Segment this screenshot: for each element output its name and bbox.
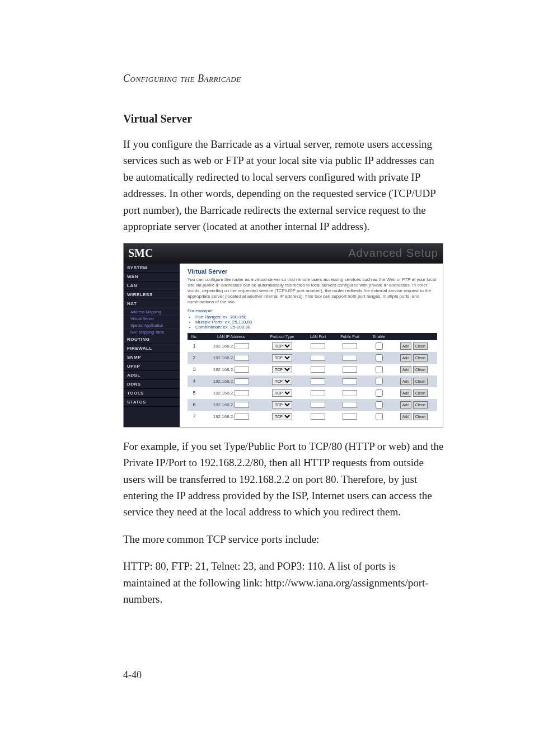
paragraph-4: HTTP: 80, FTP: 21, Telnet: 23, and POP3:… <box>123 558 444 607</box>
ip-suffix-input[interactable] <box>235 414 249 420</box>
sidebar-item-status[interactable]: STATUS <box>124 398 180 407</box>
protocol-select[interactable]: TCP <box>272 389 292 397</box>
sidebar-item-wan[interactable]: WAN <box>124 273 180 281</box>
public-port-input[interactable] <box>343 402 357 408</box>
add-button[interactable]: Add <box>400 413 411 420</box>
clean-button[interactable]: Clean <box>413 366 428 373</box>
ip-suffix-input[interactable] <box>235 367 249 373</box>
col-no: No. <box>188 333 201 340</box>
add-button[interactable]: Add <box>400 389 411 397</box>
public-port-input[interactable] <box>343 378 357 384</box>
ip-suffix-input[interactable] <box>235 355 249 361</box>
clean-button[interactable]: Clean <box>413 389 428 397</box>
row-no: 5 <box>188 387 201 399</box>
lan-port-input[interactable] <box>311 414 325 420</box>
smc-logo: SMC <box>128 247 153 260</box>
add-button[interactable]: Add <box>400 342 411 350</box>
bullet-multiple-ports: Multiple Ports: ex. 25,110,80 <box>195 320 437 325</box>
lan-port-input[interactable] <box>311 378 325 384</box>
col-enable: Enable <box>367 333 391 340</box>
running-header: Configuring the Barricade <box>123 73 444 84</box>
row-ip-prefix: 192.168.2. <box>201 364 261 375</box>
row-ip-prefix: 192.168.2. <box>201 352 261 364</box>
clean-button[interactable]: Clean <box>413 354 428 361</box>
row-ip-prefix: 192.168.2. <box>201 387 261 399</box>
public-port-input[interactable] <box>343 367 357 373</box>
enable-checkbox[interactable] <box>376 401 383 408</box>
clean-button[interactable]: Clean <box>413 378 428 385</box>
sidebar-nav: SYSTEM WAN LAN WIRELESS NAT Address Mapp… <box>124 264 180 427</box>
sidebar-item-tools[interactable]: TOOLS <box>124 389 180 398</box>
add-button[interactable]: Add <box>400 401 411 408</box>
sidebar-sub-nat-mapping-table[interactable]: NAT Mapping Table <box>124 328 180 335</box>
protocol-select[interactable]: TCP <box>272 342 292 350</box>
clean-button[interactable]: Clean <box>413 342 428 350</box>
paragraph-1: If you configure the Barricade as a virt… <box>123 136 444 235</box>
sidebar-item-snmp[interactable]: SNMP <box>124 353 180 362</box>
public-port-input[interactable] <box>343 414 357 420</box>
row-no: 3 <box>188 364 201 375</box>
sidebar-item-ddns[interactable]: DDNS <box>124 380 180 389</box>
sidebar-item-routing[interactable]: ROUTING <box>124 335 180 344</box>
sidebar-item-adsl[interactable]: ADSL <box>124 371 180 380</box>
sidebar-item-upnp[interactable]: UPnP <box>124 362 180 371</box>
enable-checkbox[interactable] <box>376 378 383 385</box>
lan-port-input[interactable] <box>311 355 325 361</box>
col-lan-ip: LAN IP Address <box>201 333 261 340</box>
page-number: 4-40 <box>123 669 444 681</box>
enable-checkbox[interactable] <box>376 342 383 350</box>
section-title: Virtual Server <box>123 112 444 125</box>
ip-suffix-input[interactable] <box>235 378 249 384</box>
protocol-select[interactable]: TCP <box>272 378 292 385</box>
protocol-select[interactable]: TCP <box>272 401 292 408</box>
row-no: 6 <box>188 399 201 411</box>
col-protocol: Protocol Type <box>261 333 303 340</box>
ip-suffix-input[interactable] <box>235 390 249 396</box>
example-label: For example: <box>188 308 437 313</box>
col-public-port: Public Port <box>332 333 367 340</box>
clean-button[interactable]: Clean <box>413 401 428 408</box>
sidebar-item-wireless[interactable]: WIRELESS <box>124 290 180 299</box>
row-ip-prefix: 192.168.2. <box>201 411 261 422</box>
add-button[interactable]: Add <box>400 366 411 373</box>
table-row: 6192.168.2.TCPAdd Clean <box>188 399 437 411</box>
example-bullets: Port Ranges: ex. 100-150 Multiple Ports:… <box>188 314 437 330</box>
row-no: 4 <box>188 375 201 387</box>
lan-port-input[interactable] <box>311 402 325 408</box>
sidebar-sub-virtual-server[interactable]: Virtual Server <box>124 315 180 322</box>
row-no: 1 <box>188 340 201 352</box>
protocol-select[interactable]: TCP <box>272 413 292 420</box>
table-row: 2192.168.2.TCPAdd Clean <box>188 352 437 364</box>
sidebar-sub-address-mapping[interactable]: Address Mapping <box>124 308 180 315</box>
enable-checkbox[interactable] <box>376 389 383 397</box>
table-row: 1192.168.2.TCPAdd Clean <box>188 340 437 352</box>
table-row: 3192.168.2.TCPAdd Clean <box>188 364 437 375</box>
sidebar-sub-special-application[interactable]: Special Application <box>124 322 180 328</box>
add-button[interactable]: Add <box>400 378 411 385</box>
enable-checkbox[interactable] <box>376 413 383 420</box>
lan-port-input[interactable] <box>311 343 325 349</box>
row-ip-prefix: 192.168.2. <box>201 340 261 352</box>
sidebar-item-firewall[interactable]: FIREWALL <box>124 344 180 353</box>
enable-checkbox[interactable] <box>376 366 383 373</box>
advanced-setup-label: Advanced Setup <box>348 247 438 260</box>
sidebar-item-lan[interactable]: LAN <box>124 281 180 290</box>
table-row: 5192.168.2.TCPAdd Clean <box>188 387 437 399</box>
router-screenshot: SMC Advanced Setup SYSTEM WAN LAN WIRELE… <box>123 243 443 428</box>
public-port-input[interactable] <box>343 355 357 361</box>
lan-port-input[interactable] <box>311 367 325 373</box>
lan-port-input[interactable] <box>311 390 325 396</box>
ip-suffix-input[interactable] <box>235 343 249 349</box>
ip-suffix-input[interactable] <box>235 402 249 408</box>
sidebar-item-nat[interactable]: NAT <box>124 299 180 308</box>
protocol-select[interactable]: TCP <box>272 366 292 373</box>
enable-checkbox[interactable] <box>376 354 383 361</box>
protocol-select[interactable]: TCP <box>272 354 292 361</box>
bullet-port-ranges: Port Ranges: ex. 100-150 <box>195 314 437 320</box>
public-port-input[interactable] <box>343 343 357 349</box>
public-port-input[interactable] <box>343 390 357 396</box>
table-row: 4192.168.2.TCPAdd Clean <box>188 375 437 387</box>
clean-button[interactable]: Clean <box>413 413 428 420</box>
add-button[interactable]: Add <box>400 354 411 361</box>
sidebar-item-system[interactable]: SYSTEM <box>124 264 180 273</box>
